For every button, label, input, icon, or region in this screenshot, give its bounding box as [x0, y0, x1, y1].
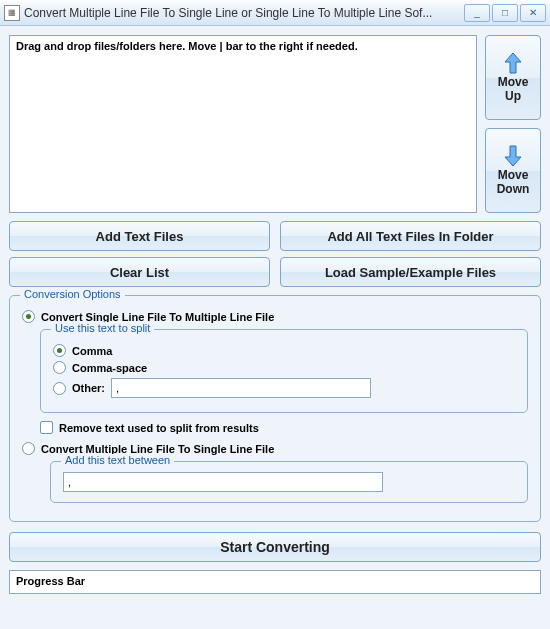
between-text-group: Add this text between: [50, 461, 528, 503]
radio-other-label: Other:: [72, 382, 105, 394]
close-button[interactable]: ✕: [520, 4, 546, 22]
between-text-input[interactable]: [63, 472, 383, 492]
move-up-button[interactable]: Move Up: [485, 35, 541, 120]
radio-single-to-multiple-label: Convert Single Line File To Multiple Lin…: [41, 311, 274, 323]
remove-split-text-label: Remove text used to split from results: [59, 422, 259, 434]
radio-other[interactable]: Other:: [53, 378, 515, 398]
radio-comma-space-label: Comma-space: [72, 362, 147, 374]
move-up-label: Move Up: [498, 76, 529, 102]
split-text-legend: Use this text to split: [51, 322, 154, 334]
add-text-files-button[interactable]: Add Text Files: [9, 221, 270, 251]
top-row: Drag and drop files/folders here. Move |…: [9, 35, 541, 213]
radio-icon: [22, 310, 35, 323]
radio-icon: [22, 442, 35, 455]
radio-comma-space[interactable]: Comma-space: [53, 361, 515, 374]
move-buttons: Move Up Move Down: [485, 35, 541, 213]
radio-icon: [53, 344, 66, 357]
radio-icon: [53, 361, 66, 374]
arrow-down-icon: [503, 145, 523, 167]
other-text-input[interactable]: [111, 378, 371, 398]
add-all-in-folder-button[interactable]: Add All Text Files In Folder: [280, 221, 541, 251]
load-sample-button[interactable]: Load Sample/Example Files: [280, 257, 541, 287]
window-buttons: _ □ ✕: [464, 4, 546, 22]
button-row-2: Clear List Load Sample/Example Files: [9, 257, 541, 287]
clear-list-button[interactable]: Clear List: [9, 257, 270, 287]
start-converting-button[interactable]: Start Converting: [9, 532, 541, 562]
window-title: Convert Multiple Line File To Single Lin…: [24, 6, 464, 20]
split-text-group: Use this text to split Comma Comma-space…: [40, 329, 528, 413]
drop-area-wrap: Drag and drop files/folders here. Move |…: [9, 35, 477, 213]
conversion-options-group: Conversion Options Convert Single Line F…: [9, 295, 541, 522]
client-area: Drag and drop files/folders here. Move |…: [0, 26, 550, 629]
arrow-up-icon: [503, 52, 523, 74]
app-icon: ▦: [4, 5, 20, 21]
button-row-1: Add Text Files Add All Text Files In Fol…: [9, 221, 541, 251]
maximize-button[interactable]: □: [492, 4, 518, 22]
title-bar: ▦ Convert Multiple Line File To Single L…: [0, 0, 550, 26]
conversion-options-legend: Conversion Options: [20, 288, 125, 300]
radio-comma-label: Comma: [72, 345, 112, 357]
file-list-box[interactable]: Drag and drop files/folders here. Move |…: [9, 35, 477, 213]
remove-split-text-checkbox[interactable]: Remove text used to split from results: [40, 421, 528, 434]
radio-multiple-to-single-label: Convert Multiple Line File To Single Lin…: [41, 443, 274, 455]
radio-icon: [53, 382, 66, 395]
progress-bar: Progress Bar: [9, 570, 541, 594]
minimize-button[interactable]: _: [464, 4, 490, 22]
move-down-label: Move Down: [497, 169, 530, 195]
checkbox-icon: [40, 421, 53, 434]
between-text-legend: Add this text between: [61, 454, 174, 466]
radio-comma[interactable]: Comma: [53, 344, 515, 357]
move-down-button[interactable]: Move Down: [485, 128, 541, 213]
